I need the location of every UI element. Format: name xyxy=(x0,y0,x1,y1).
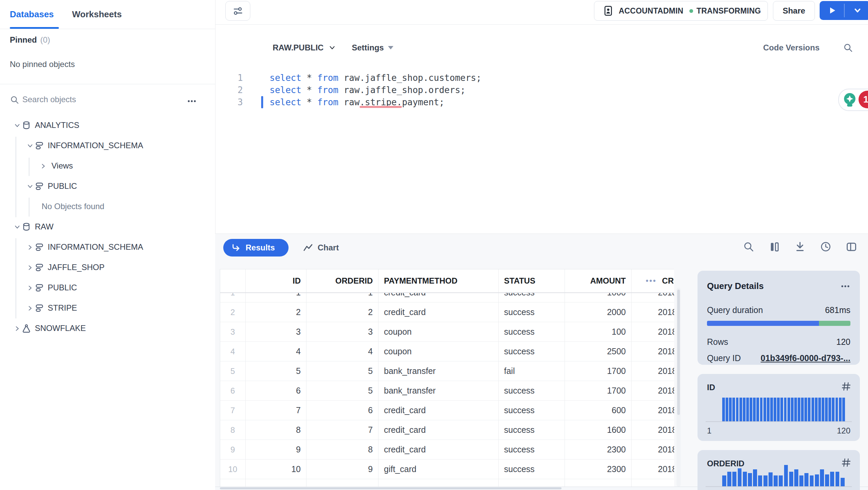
tree-item-public[interactable]: PUBLIC xyxy=(0,278,215,298)
cell-orderid[interactable]: 2 xyxy=(306,303,379,322)
row-number-cell[interactable]: 9 xyxy=(220,440,246,460)
cell-orderid[interactable]: 8 xyxy=(306,440,379,460)
tree-item-jaffle_shop[interactable]: JAFFLE_SHOP xyxy=(0,258,215,278)
cell-paymentmethod[interactable]: credit_card xyxy=(379,440,499,460)
cell-amount[interactable]: 600 xyxy=(565,401,632,420)
search-results-icon[interactable] xyxy=(743,241,754,252)
cell-created[interactable]: 2018 xyxy=(632,361,674,381)
chevron-right-icon[interactable] xyxy=(39,162,47,170)
tab-worksheets[interactable]: Worksheets xyxy=(72,0,122,29)
vertical-scrollbar-thumb[interactable] xyxy=(677,290,680,415)
cell-orderid[interactable]: 9 xyxy=(306,460,379,479)
cell-orderid[interactable]: 5 xyxy=(306,381,379,401)
tab-chart[interactable]: Chart xyxy=(303,239,339,257)
tree-item-views[interactable]: Views xyxy=(0,156,215,176)
ellipsis-icon[interactable] xyxy=(840,281,850,291)
row-number-header[interactable] xyxy=(220,269,246,292)
tab-databases[interactable]: Databases xyxy=(10,0,54,29)
cell-id[interactable] xyxy=(246,479,306,487)
editor-search-icon[interactable] xyxy=(843,43,853,53)
cell-orderid[interactable]: 7 xyxy=(306,420,379,440)
cell-id[interactable]: 8 xyxy=(246,420,306,440)
horizontal-scrollbar-thumb[interactable] xyxy=(220,487,562,489)
cell-amount[interactable]: 2300 xyxy=(565,440,632,460)
code-line-3[interactable]: 3select * from raw.stripe.payment; xyxy=(215,96,858,108)
cell-paymentmethod[interactable]: bank_transfer xyxy=(379,361,499,381)
cell-id[interactable]: 7 xyxy=(246,401,306,420)
run-options-button[interactable] xyxy=(845,1,868,20)
column-header-id[interactable]: ID xyxy=(246,269,306,292)
table-row-9[interactable]: 998credit_cardsuccess23002018 xyxy=(220,440,674,460)
cell-status[interactable]: success xyxy=(499,440,565,460)
cell-paymentmethod[interactable]: credit_card xyxy=(379,303,499,322)
chevron-down-icon[interactable] xyxy=(26,182,34,191)
cell-status[interactable]: success xyxy=(499,420,565,440)
cell-orderid[interactable] xyxy=(306,479,379,487)
cell-created[interactable] xyxy=(632,479,674,487)
cell-amount[interactable]: 1600 xyxy=(565,420,632,440)
column-header-orderid[interactable]: ORDERID xyxy=(306,269,379,292)
cell-status[interactable]: success xyxy=(499,401,565,420)
cell-orderid[interactable]: 4 xyxy=(306,342,379,361)
row-number-cell[interactable]: 1 xyxy=(220,292,246,303)
ellipsis-icon[interactable] xyxy=(187,96,197,106)
cell-paymentmethod[interactable]: credit_card xyxy=(379,420,499,440)
cell-status[interactable]: fail xyxy=(499,361,565,381)
table-row-3[interactable]: 333couponsuccess1002018 xyxy=(220,322,674,342)
cell-amount[interactable] xyxy=(565,479,632,487)
cell-amount[interactable]: 100 xyxy=(565,322,632,342)
table-row-5[interactable]: 555bank_transferfail17002018 xyxy=(220,361,674,381)
table-row-1[interactable]: 111credit_cardsuccess10002018 xyxy=(220,292,674,303)
cell-id[interactable]: 5 xyxy=(246,361,306,381)
cell-paymentmethod[interactable]: gift_card xyxy=(379,460,499,479)
row-number-cell[interactable]: 7 xyxy=(220,401,246,420)
run-button[interactable] xyxy=(820,1,844,20)
tree-item-public[interactable]: PUBLIC xyxy=(0,176,215,197)
cell-created[interactable]: 2018 xyxy=(632,303,674,322)
cell-created[interactable]: 2018 xyxy=(632,440,674,460)
chevron-right-icon[interactable] xyxy=(13,325,21,333)
cell-id[interactable]: 10 xyxy=(246,460,306,479)
column-header-status[interactable]: STATUS xyxy=(499,269,565,292)
tree-item-information_schema[interactable]: INFORMATION_SCHEMA xyxy=(0,136,215,156)
cell-amount[interactable]: 2000 xyxy=(565,303,632,322)
sql-editor[interactable]: 1select * from raw.jaffle_shop.customers… xyxy=(215,66,868,233)
cell-status[interactable]: success xyxy=(499,381,565,401)
row-number-cell[interactable]: 2 xyxy=(220,303,246,322)
cell-paymentmethod[interactable]: bank_transfer xyxy=(379,381,499,401)
cell-status[interactable]: success xyxy=(499,460,565,479)
column-header-created[interactable]: •••CREATED xyxy=(632,269,674,292)
row-number-cell[interactable]: 5 xyxy=(220,361,246,381)
row-number-cell[interactable]: 10 xyxy=(220,460,246,479)
suggestions-widget[interactable]: 1 xyxy=(838,89,868,111)
cell-paymentmethod[interactable]: coupon xyxy=(379,342,499,361)
table-row-4[interactable]: 444couponsuccess25002018 xyxy=(220,342,674,361)
chevron-down-icon[interactable] xyxy=(13,223,21,231)
cell-paymentmethod[interactable]: credit_card xyxy=(379,401,499,420)
chevron-right-icon[interactable] xyxy=(26,284,34,292)
row-number-cell[interactable]: 3 xyxy=(220,322,246,342)
code-line-1[interactable]: 1select * from raw.jaffle_shop.customers… xyxy=(215,72,858,84)
column-header-paymentmethod[interactable]: PAYMENTMETHOD xyxy=(379,269,499,292)
worksheet-filters-button[interactable] xyxy=(225,1,250,21)
chevron-right-icon[interactable] xyxy=(26,243,34,251)
column-menu-dots-icon[interactable]: ••• xyxy=(646,276,657,285)
cell-created[interactable]: 2018 xyxy=(632,460,674,479)
cell-paymentmethod[interactable] xyxy=(379,479,499,487)
cell-id[interactable]: 2 xyxy=(246,303,306,322)
tab-results[interactable]: Results xyxy=(223,239,289,257)
download-icon[interactable] xyxy=(794,241,806,252)
table-row-7[interactable]: 776credit_cardsuccess6002018 xyxy=(220,401,674,420)
chevron-right-icon[interactable] xyxy=(26,304,34,312)
cell-created[interactable]: 2018 xyxy=(632,292,674,303)
columns-icon[interactable] xyxy=(769,241,780,252)
cell-amount[interactable]: 1000 xyxy=(565,292,632,303)
cell-status[interactable]: success xyxy=(499,322,565,342)
row-number-cell[interactable]: 4 xyxy=(220,342,246,361)
tree-item-snowflake[interactable]: SNOWFLAKE xyxy=(0,318,215,339)
split-panel-icon[interactable] xyxy=(846,241,857,252)
cell-status[interactable]: success xyxy=(499,292,565,303)
cell-paymentmethod[interactable]: credit_card xyxy=(379,292,499,303)
cell-created[interactable]: 2018 xyxy=(632,342,674,361)
cell-amount[interactable]: 1700 xyxy=(565,381,632,401)
